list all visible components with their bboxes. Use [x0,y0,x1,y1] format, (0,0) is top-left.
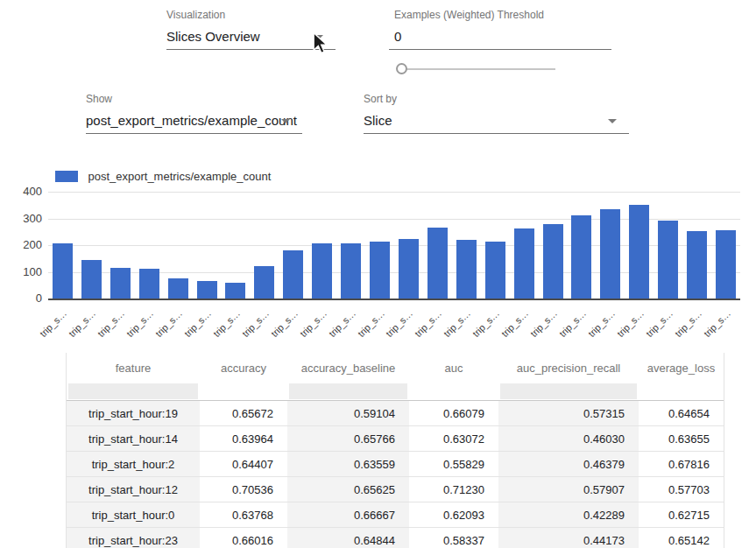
feature-cell: trip_start_hour:2 [67,452,200,476]
metric-cell: 0.62093 [409,502,498,527]
threshold-label: Examples (Weighted) Threshold [389,9,611,21]
threshold-control: Examples (Weighted) Threshold 0 [389,9,611,50]
bar[interactable] [139,269,159,299]
visualization-underline [166,49,336,50]
feature-cell: trip_start_hour:0 [67,502,200,527]
chevron-down-icon[interactable] [314,35,323,39]
filter-cell [409,383,498,400]
filter-cell [67,383,200,400]
bar[interactable] [197,281,217,299]
bar[interactable] [399,239,419,299]
metric-cell: 0.63072 [409,426,498,451]
bar[interactable] [81,260,102,299]
bar[interactable] [571,215,591,299]
metric-cell: 0.65142 [639,528,724,548]
metric-cell: 0.65766 [287,426,409,451]
show-selected-value: post_export_metrics/example_count [86,113,297,128]
bar[interactable] [687,231,707,299]
metric-cell: 0.57907 [498,477,639,502]
bar[interactable] [716,230,736,299]
gridline [48,192,740,193]
column-header-accuracy_baseline[interactable]: accuracy_baseline [287,353,409,383]
metric-cell: 0.57703 [639,477,724,502]
table-header-row: featureaccuracyaccuracy_baselineaucauc_p… [67,353,724,383]
filter-box [411,383,497,399]
metric-cell: 0.63655 [639,426,724,451]
threshold-slider[interactable] [396,62,555,76]
metric-cell: 0.42289 [498,502,639,527]
metric-cell: 0.44173 [498,528,639,548]
filter-cell [287,383,409,400]
metric-cell: 0.66016 [200,528,287,548]
chart-legend: post_export_metrics/example_count [55,168,271,180]
metric-cell: 0.64844 [287,528,409,548]
table-row[interactable]: trip_start_hour:230.660160.648440.583370… [67,528,724,548]
slices-bar-chart: post_export_metrics/example_count 010020… [0,166,756,346]
metric-cell: 0.46030 [498,426,639,451]
show-control: Show post_export_metrics/example_count [86,93,302,134]
bar[interactable] [514,228,534,299]
threshold-input[interactable]: 0 [389,26,611,47]
bar[interactable] [312,243,332,299]
table-filter-row [67,383,724,401]
bar[interactable] [485,242,505,299]
y-axis-tick-label: 400 [12,185,42,199]
chevron-down-icon[interactable] [281,119,290,123]
threshold-value: 0 [394,29,401,44]
feature-cell: trip_start_hour:14 [67,426,200,451]
filter-cell [200,383,287,400]
sort-by-control: Sort by Slice [364,93,629,134]
metric-cell: 0.63559 [287,452,409,476]
bar[interactable] [53,243,73,299]
table-row[interactable]: trip_start_hour:00.637680.666670.620930.… [67,502,724,528]
column-header-auc_precision_recall[interactable]: auc_precision_recall [498,353,639,383]
bar[interactable] [341,243,361,299]
filter-cell [498,383,639,400]
bar[interactable] [600,209,620,299]
table-row[interactable]: trip_start_hour:190.656720.591040.660790… [67,401,724,426]
chevron-down-icon[interactable] [608,119,617,123]
bar[interactable] [225,283,245,299]
visualization-selected-value: Slices Overview [166,29,260,44]
table-row[interactable]: trip_start_hour:20.644070.635590.558290.… [67,452,724,477]
table-row[interactable]: trip_start_hour:120.705360.656250.712300… [67,477,724,502]
bar[interactable] [543,224,563,299]
metric-cell: 0.64407 [200,452,287,476]
chart-plot-area: trip_s…trip_s…trip_s…trip_s…trip_s…trip_… [48,192,740,300]
threshold-underline [389,49,611,50]
bar[interactable] [110,268,131,299]
bar[interactable] [254,266,274,299]
feature-cell: trip_start_hour:19 [67,401,200,425]
show-label: Show [86,93,302,105]
filter-box [68,383,198,399]
metric-cell: 0.67816 [639,452,724,476]
bar[interactable] [658,221,678,299]
bar[interactable] [427,228,448,299]
y-axis-tick-label: 0 [12,292,42,306]
bar[interactable] [168,278,188,299]
bar[interactable] [370,242,390,299]
slider-thumb[interactable] [396,63,407,74]
column-header-feature[interactable]: feature [67,353,200,383]
slider-track[interactable] [401,68,555,70]
show-underline [86,133,302,134]
show-select[interactable]: post_export_metrics/example_count [86,110,302,131]
bar[interactable] [629,205,649,299]
bar[interactable] [283,250,303,299]
metric-cell: 0.65672 [200,401,287,425]
table-row[interactable]: trip_start_hour:140.639640.657660.630720… [67,426,724,452]
visualization-select[interactable]: Slices Overview [166,26,336,47]
y-axis-tick-label: 300 [12,212,42,226]
column-header-average_loss[interactable]: average_loss [639,353,724,383]
column-header-auc[interactable]: auc [409,353,498,383]
y-axis-tick-label: 100 [12,265,42,279]
sort-by-select[interactable]: Slice [364,110,629,131]
bar[interactable] [456,240,477,299]
metric-cell: 0.58337 [409,528,498,548]
metric-cell: 0.65625 [287,477,409,502]
metric-cell: 0.63768 [200,502,287,527]
column-header-accuracy[interactable]: accuracy [200,353,287,383]
filter-box [201,383,286,399]
slices-overview-app: Visualization Slices Overview Examples (… [0,0,756,548]
metric-cell: 0.70536 [200,477,287,502]
